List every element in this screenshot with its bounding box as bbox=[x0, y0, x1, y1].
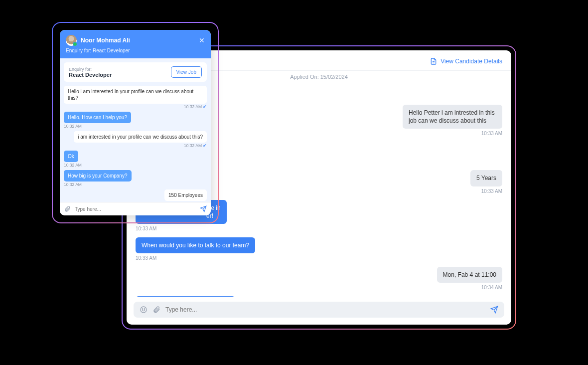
message-timestamp: 10:32 AM✔ bbox=[184, 104, 207, 109]
message-incoming: We need your email address to send you a… bbox=[136, 296, 235, 297]
message-outgoing: 150 Employees bbox=[164, 189, 207, 201]
popup-subtitle: Enquiry for: React Developer bbox=[66, 48, 205, 53]
popup-chat-frame: Noor Mohmad Ali ✕ Enquiry for: React Dev… bbox=[52, 22, 219, 223]
message-outgoing: Mon, Fab 4 at 11:00 bbox=[437, 267, 502, 283]
enquiry-card: Enquiry for: React Developer View Job bbox=[64, 62, 207, 82]
send-icon[interactable] bbox=[200, 205, 207, 212]
contact-name: Noor Mohmad Ali bbox=[81, 37, 195, 44]
message-timestamp: 10:34 AM bbox=[481, 285, 502, 290]
message-row: Hello i am interested in your profile ca… bbox=[64, 86, 207, 111]
message-row: i am interested in your profile can we d… bbox=[64, 131, 207, 150]
main-message-input[interactable] bbox=[165, 306, 485, 313]
emoji-icon[interactable] bbox=[140, 306, 147, 314]
message-timestamp: 10:33 AM bbox=[481, 131, 502, 136]
message-outgoing: Hello Petter i am intrested in this job … bbox=[403, 105, 502, 129]
read-tick-icon: ✔ bbox=[203, 143, 207, 148]
message-timestamp: 10:32 AM bbox=[64, 124, 82, 129]
popup-chat-card: Noor Mohmad Ali ✕ Enquiry for: React Dev… bbox=[60, 30, 211, 215]
message-outgoing: Hello i am interested in your profile ca… bbox=[64, 86, 207, 104]
message-row: How big is your Company? 10:32 AM bbox=[64, 170, 207, 188]
message-row: Hello, How can I help you? 10:32 AM bbox=[64, 112, 207, 130]
message-incoming: Hello, How can I help you? bbox=[64, 112, 131, 123]
document-icon bbox=[430, 57, 438, 65]
send-icon[interactable] bbox=[490, 306, 498, 314]
svg-point-1 bbox=[142, 309, 143, 309]
main-message-input-bar bbox=[134, 302, 504, 318]
message-timestamp: 10:32 AM bbox=[64, 163, 82, 168]
message-incoming: When would you like to talk to our team? bbox=[136, 237, 255, 253]
popup-message-input[interactable] bbox=[75, 206, 196, 212]
message-outgoing: i am interested in your profile can we d… bbox=[74, 131, 207, 143]
message-incoming: How big is your Company? bbox=[64, 170, 132, 182]
message-row: Mon, Fab 4 at 11:00 10:34 AM bbox=[136, 265, 502, 294]
attachment-icon[interactable] bbox=[64, 205, 71, 212]
message-incoming: Ok bbox=[64, 151, 78, 162]
message-row: 150 Employees 10:32 AM✔ bbox=[64, 189, 207, 202]
message-row: Ok 10:32 AM bbox=[64, 151, 207, 169]
message-row: When would you like to talk to our team?… bbox=[136, 235, 502, 265]
svg-point-0 bbox=[141, 307, 147, 313]
message-outgoing: 5 Years bbox=[470, 170, 502, 186]
attachment-icon[interactable] bbox=[152, 306, 160, 314]
view-candidate-details-label: View Candidate Details bbox=[441, 58, 502, 65]
enquiry-label: Enquiry for: bbox=[69, 67, 112, 72]
view-job-button[interactable]: View Job bbox=[171, 66, 202, 78]
view-candidate-details-link[interactable]: View Candidate Details bbox=[430, 57, 502, 65]
svg-point-2 bbox=[144, 309, 145, 309]
popup-chat-body: Enquiry for: React Developer View Job He… bbox=[60, 58, 211, 202]
message-timestamp: 10:33 AM bbox=[136, 255, 156, 261]
close-icon[interactable]: ✕ bbox=[199, 36, 205, 44]
avatar bbox=[66, 35, 77, 46]
enquiry-value: React Developer bbox=[69, 72, 112, 78]
message-timestamp: 10:32 AM✔ bbox=[184, 143, 207, 148]
message-timestamp: 10:33 AM bbox=[481, 188, 502, 194]
message-timestamp: 10:32 AM bbox=[64, 182, 82, 187]
message-row: We need your email address to send you a… bbox=[136, 294, 502, 297]
popup-header: Noor Mohmad Ali ✕ Enquiry for: React Dev… bbox=[60, 30, 211, 58]
read-tick-icon: ✔ bbox=[203, 104, 207, 109]
popup-message-input-bar bbox=[60, 202, 211, 215]
message-timestamp: 10:33 AM bbox=[136, 226, 156, 231]
